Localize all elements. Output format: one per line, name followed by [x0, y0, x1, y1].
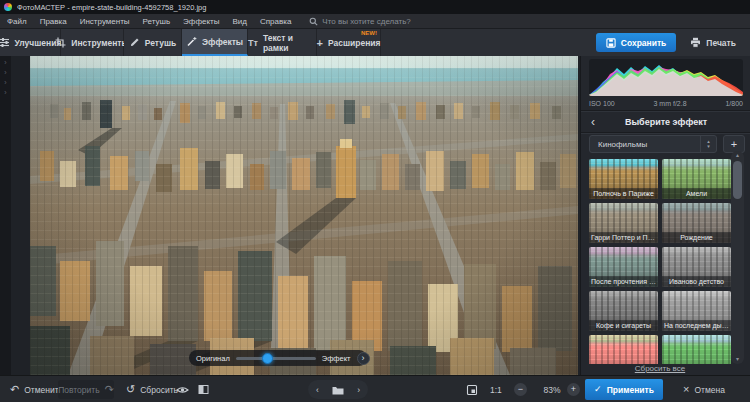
sliders-icon	[0, 37, 10, 48]
back-chevron-icon[interactable]: ‹	[591, 117, 595, 127]
effect-thumbnail[interactable]: Амели	[662, 159, 731, 199]
iso-value: ISO 100	[589, 100, 615, 107]
fit-screen-button[interactable]	[466, 380, 478, 399]
zoom-out-button[interactable]: −	[514, 383, 527, 396]
effects-panel: ISO 100 3 mm f/2.8 1/800 ‹ Выберите эффе…	[580, 56, 750, 375]
tab-label: Текст и рамки	[263, 33, 316, 53]
menu-item-help[interactable]: Справка	[260, 17, 291, 26]
workspace: › › › ›	[0, 56, 750, 375]
effect-thumbnail[interactable]: Рождение	[662, 203, 731, 243]
main-tab-bar: Улучшения Инструменты Ретушь Эффекты Tт …	[0, 29, 750, 56]
crop-icon	[55, 37, 66, 48]
compare-slider-knob[interactable]	[262, 353, 273, 364]
effect-preview	[662, 335, 731, 364]
preview-original-button[interactable]	[176, 380, 189, 399]
zoom-1-1-button[interactable]: 1:1	[490, 380, 502, 399]
tab-retouch[interactable]: Ретушь	[124, 29, 182, 56]
save-button[interactable]: Сохранить	[596, 33, 677, 52]
zoom-level: 83%	[538, 380, 566, 399]
effect-thumbnail[interactable]: Кофе и сигареты	[589, 291, 658, 331]
menu-item-edit[interactable]: Правка	[40, 17, 67, 26]
print-label: Печать	[706, 38, 736, 48]
title-bar: ФотоМАСТЕР - empire-state-building-45927…	[0, 0, 750, 14]
effect-thumbnail[interactable]: После прочтения сжечь	[589, 247, 658, 287]
reset-label: Сбросить	[140, 385, 178, 395]
effects-scrollbar[interactable]: ▴ ▾	[731, 151, 744, 364]
effect-name: Рождение	[662, 232, 731, 243]
eye-icon	[176, 385, 189, 395]
shutter-value: 1/800	[725, 100, 743, 107]
undo-button[interactable]: ↶ Отменить	[10, 380, 63, 399]
effect-name: После прочтения сжечь	[589, 276, 658, 287]
compare-play-button[interactable]: ›	[357, 352, 370, 365]
menu-item-file[interactable]: Файл	[7, 17, 27, 26]
original-label: Оригинал	[196, 354, 230, 363]
magic-wand-icon	[186, 36, 197, 47]
close-icon: ×	[683, 384, 689, 395]
left-panel-toggle[interactable]: › › › ›	[0, 56, 11, 375]
effect-label: Эффект	[322, 354, 351, 363]
tab-text-frames[interactable]: Tт Текст и рамки	[248, 29, 317, 56]
menu-item-effects[interactable]: Эффекты	[183, 17, 219, 26]
redo-button[interactable]: Повторить ↷	[58, 380, 114, 399]
tab-label: Ретушь	[145, 38, 177, 48]
menu-item-view[interactable]: Вид	[232, 17, 246, 26]
histogram	[589, 59, 743, 96]
tab-effects[interactable]: Эффекты	[182, 29, 248, 56]
effects-grid: Полночь в Париже Амели Гарри Поттер и Пр…	[589, 159, 731, 364]
tab-tools[interactable]: Инструменты	[61, 29, 124, 56]
next-photo-icon[interactable]: ›	[357, 385, 360, 395]
apply-button[interactable]: ✓ Применить	[585, 379, 663, 400]
strip-chevron-icon: ›	[4, 69, 6, 76]
effect-preview	[589, 335, 658, 364]
print-button[interactable]: Печать	[682, 33, 744, 52]
effect-thumbnail[interactable]: Гарри Поттер и Принц...	[589, 203, 658, 243]
effect-thumbnail[interactable]: Иваново детство	[662, 247, 731, 287]
scrollbar-thumb[interactable]	[733, 161, 742, 199]
fit-screen-icon	[466, 384, 478, 396]
prev-photo-icon[interactable]: ‹	[316, 385, 319, 395]
menu-item-retouch[interactable]: Ретушь	[143, 17, 171, 26]
effect-thumbnail[interactable]	[589, 335, 658, 364]
window-title: ФотоМАСТЕР - empire-state-building-45927…	[17, 3, 206, 12]
menu-item-tools[interactable]: Инструменты	[80, 17, 130, 26]
photo-canvas[interactable]	[30, 56, 578, 375]
category-dropdown[interactable]: Кинофильмы ▴ ▾	[589, 135, 717, 153]
search-input[interactable]	[322, 17, 442, 26]
tab-enhancements[interactable]: Улучшения	[0, 29, 61, 56]
divider	[581, 132, 750, 133]
effect-name: Гарри Поттер и Принц...	[589, 232, 658, 243]
reset-all-link[interactable]: Сбросить все	[589, 364, 731, 373]
save-icon	[606, 38, 616, 48]
tab-label: Эффекты	[202, 37, 243, 47]
tab-extensions[interactable]: NEW! + Расширения	[317, 29, 381, 56]
category-selected: Кинофильмы	[590, 140, 700, 149]
compare-slider-track[interactable]	[236, 357, 316, 360]
add-category-button[interactable]: +	[723, 135, 745, 153]
split-compare-icon	[198, 384, 209, 395]
effect-name: Кофе и сигареты	[589, 320, 658, 331]
file-navigator: ‹ ›	[308, 380, 368, 399]
histogram-plot	[589, 59, 743, 96]
exif-info: ISO 100 3 mm f/2.8 1/800	[589, 98, 743, 108]
plus-icon: +	[317, 37, 323, 49]
scroll-up-icon[interactable]: ▴	[736, 151, 739, 160]
cancel-button[interactable]: × Отмена	[668, 380, 740, 399]
effects-header-title: Выберите эффект	[625, 117, 707, 127]
effect-thumbnail[interactable]: Полночь в Париже	[589, 159, 658, 199]
compare-view-button[interactable]	[198, 380, 209, 399]
scroll-down-icon[interactable]: ▾	[736, 355, 739, 364]
effect-thumbnail[interactable]	[662, 335, 731, 364]
zoom-in-button[interactable]: +	[567, 383, 580, 396]
strip-chevron-icon: ›	[4, 89, 6, 96]
search-box[interactable]	[309, 17, 442, 26]
check-icon: ✓	[594, 384, 602, 395]
search-icon	[309, 17, 318, 26]
reset-button[interactable]: ↺ Сбросить	[126, 380, 178, 399]
redo-label: Повторить	[58, 385, 100, 395]
bottom-bar: ↶ Отменить Повторить ↷ ↺ Сбросить ‹	[0, 375, 750, 402]
effect-thumbnail[interactable]: На последнем дыхании	[662, 291, 731, 331]
dropdown-spinner[interactable]: ▴ ▾	[700, 136, 716, 152]
spinner-down-icon: ▾	[707, 144, 710, 149]
folder-icon[interactable]	[332, 385, 344, 395]
